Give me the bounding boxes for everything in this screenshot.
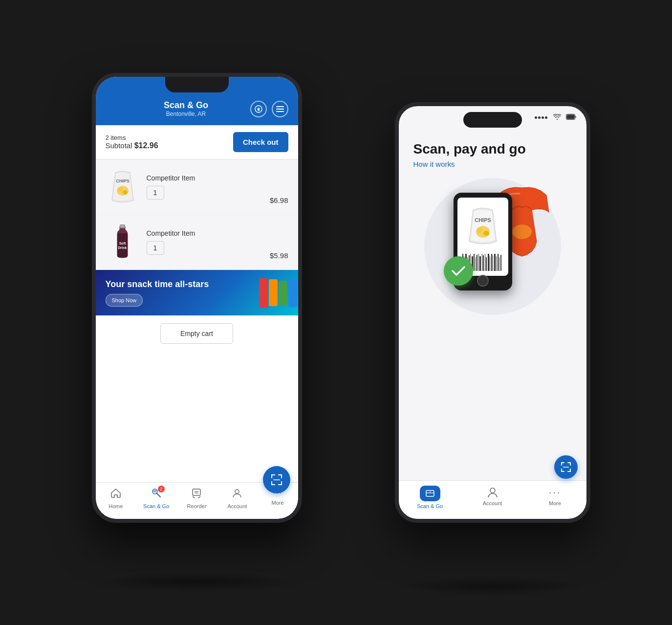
check-icon <box>451 266 466 276</box>
svg-line-28 <box>193 496 195 498</box>
nav-more-label: More <box>272 500 284 506</box>
subtotal-text: Subtotal $12.96 <box>106 141 158 150</box>
svg-rect-15 <box>271 474 272 478</box>
phone-shadow-left <box>97 572 297 591</box>
scan-go-icon: 2 <box>151 488 162 501</box>
signal-dots <box>535 116 547 119</box>
svg-rect-43 <box>570 462 571 466</box>
drink-price: $5.98 <box>270 251 288 262</box>
right-fab-circle <box>554 455 578 479</box>
svg-rect-27 <box>193 489 200 495</box>
spacer <box>96 352 298 482</box>
chips-image: CHIPS <box>106 167 140 206</box>
bottom-nav: Home 2 Scan & Go <box>96 482 298 519</box>
account-icon <box>232 488 242 501</box>
dynamic-island <box>463 112 522 128</box>
svg-rect-41 <box>561 462 562 466</box>
svg-text:Drink: Drink <box>118 246 127 249</box>
right-nav-scan-go[interactable]: Scan & Go <box>399 486 461 509</box>
svg-text:Soft: Soft <box>119 242 126 245</box>
cart-item-chips: CHIPS Competitor Item 1 $6.98 <box>96 159 298 215</box>
right-account-icon <box>486 486 499 498</box>
right-scan-icon <box>560 461 572 473</box>
svg-rect-4 <box>276 109 284 110</box>
svg-rect-3 <box>276 106 284 107</box>
empty-cart-button[interactable]: Empty cart <box>160 323 233 344</box>
svg-rect-17 <box>281 474 282 478</box>
nav-reorder[interactable]: Reorder <box>176 488 217 509</box>
svg-text:CHIPS: CHIPS <box>116 179 130 183</box>
chips-details: Competitor Item 1 <box>147 174 263 200</box>
notch-left <box>165 77 229 92</box>
phone-shadow-right <box>400 577 585 596</box>
header-title-block: Scan & Go Bentonville, AR <box>122 100 250 117</box>
items-count: 2 items <box>106 134 158 141</box>
header-subtitle: Bentonville, AR <box>122 111 250 117</box>
nav-scan-go[interactable]: 2 Scan & Go <box>136 488 176 509</box>
wifi-icon <box>553 113 561 122</box>
drink-name: Competitor Item <box>147 229 263 237</box>
svg-rect-5 <box>276 111 284 112</box>
nav-reorder-label: Reorder <box>187 503 207 509</box>
phone-right: Scan, pay and go How it works <box>395 102 590 523</box>
can-4 <box>288 279 297 307</box>
nav-account[interactable]: Account <box>217 488 258 509</box>
svg-rect-47 <box>570 469 571 472</box>
subtotal-amount: $12.96 <box>134 141 158 150</box>
right-nav-scan-go-label: Scan & Go <box>417 503 443 509</box>
nav-scan-go-label: Scan & Go <box>143 503 169 509</box>
chips-bag-svg: CHIPS <box>108 169 137 205</box>
svg-rect-34 <box>566 115 574 119</box>
drink-details: Competitor Item 1 <box>147 229 263 255</box>
svg-text:CHIPS: CHIPS <box>475 217 491 223</box>
nav-account-label: Account <box>227 503 247 509</box>
nav-home[interactable]: Home <box>96 488 136 509</box>
battery-icon <box>566 113 577 122</box>
chips-name: Competitor Item <box>147 174 263 182</box>
right-content: Scan, pay and go How it works <box>399 122 586 480</box>
cart-badge: 2 <box>158 486 165 492</box>
header-title: Scan & Go <box>122 100 250 111</box>
svg-rect-45 <box>561 469 562 472</box>
svg-text:$: $ <box>258 108 260 112</box>
scan-fab-icon <box>270 473 283 487</box>
svg-rect-21 <box>281 481 282 485</box>
right-nav-more-label: More <box>549 500 561 506</box>
shop-now-button[interactable]: Shop Now <box>106 294 143 307</box>
right-screen: Scan, pay and go How it works <box>399 106 586 519</box>
right-bottom-nav: Scan & Go Account ··· More <box>399 480 586 519</box>
chips-screen-image: CHIPS <box>460 200 506 254</box>
subtotal-label: Subtotal <box>106 141 132 150</box>
drink-bottle-svg: Soft Drink <box>109 223 136 262</box>
cart-info: 2 items Subtotal $12.96 <box>106 134 158 150</box>
svg-line-24 <box>157 493 160 497</box>
phones-container: Scan & Go Bentonville, AR $ <box>67 44 605 581</box>
right-nav-more[interactable]: ··· More <box>524 486 586 509</box>
svg-point-35 <box>512 224 532 239</box>
right-scan-fab[interactable] <box>554 455 578 479</box>
left-screen: Scan & Go Bentonville, AR $ <box>96 77 298 519</box>
nav-home-label: Home <box>108 503 123 509</box>
scan-fab[interactable] <box>263 466 290 493</box>
menu-icon[interactable] <box>272 101 288 117</box>
rewards-icon[interactable]: $ <box>250 101 267 117</box>
how-it-works-link[interactable]: How it works <box>413 160 572 168</box>
phone-left: Scan & Go Bentonville, AR $ <box>92 73 302 523</box>
svg-rect-49 <box>426 491 434 496</box>
svg-rect-22 <box>273 480 280 481</box>
drink-qty[interactable]: 1 <box>147 241 164 255</box>
svg-point-32 <box>235 490 239 493</box>
scan-go-nav-icon <box>425 488 435 499</box>
checkout-button[interactable]: Check out <box>233 132 288 152</box>
dot-1 <box>535 116 537 119</box>
check-circle <box>444 256 473 286</box>
chips-price: $6.98 <box>270 196 288 206</box>
svg-point-51 <box>430 491 431 492</box>
right-nav-account[interactable]: Account <box>461 486 524 509</box>
svg-rect-48 <box>563 467 569 468</box>
right-nav-account-label: Account <box>483 500 502 506</box>
scan-go-active-bg <box>420 486 440 501</box>
svg-rect-26 <box>153 491 156 492</box>
phone-device-illustration: CHIPS <box>444 188 542 305</box>
chips-qty[interactable]: 1 <box>147 186 164 200</box>
